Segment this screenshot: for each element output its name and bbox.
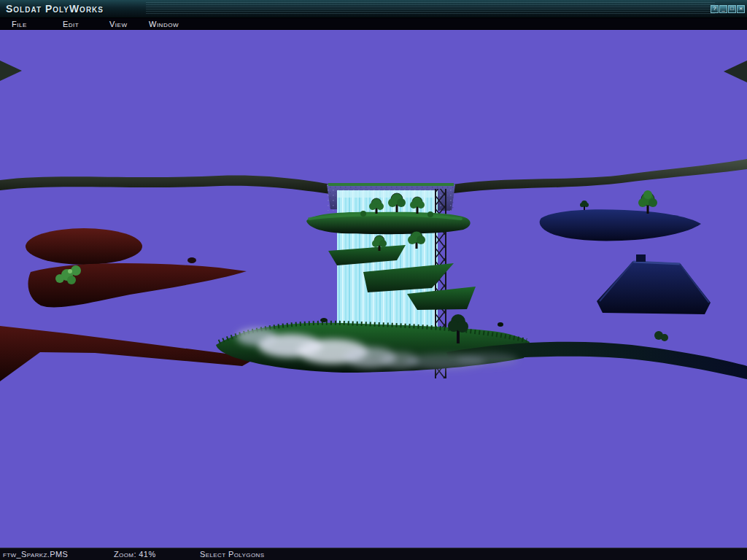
- minimize-button[interactable]: _: [719, 5, 727, 13]
- status-filename: ftw_Sparkz.PMS: [3, 550, 114, 559]
- statusbar: ftw_Sparkz.PMS Zoom: 41% Select Polygons: [0, 548, 747, 560]
- status-tool: Select Polygons: [200, 550, 265, 559]
- minimize-icon: _: [721, 6, 724, 12]
- menu-view[interactable]: View: [109, 20, 149, 28]
- app-window: Soldat PolyWorks ? _ □ × File Edit View …: [0, 0, 747, 560]
- menu-edit[interactable]: Edit: [63, 20, 109, 28]
- help-button[interactable]: ?: [711, 5, 719, 13]
- map-canvas[interactable]: [0, 30, 747, 548]
- close-button[interactable]: ×: [737, 5, 745, 13]
- restore-icon: □: [730, 6, 734, 12]
- menu-window[interactable]: Window: [149, 20, 179, 28]
- window-title: Soldat PolyWorks: [0, 3, 104, 15]
- map-render: [0, 30, 747, 548]
- close-icon: ×: [739, 6, 743, 12]
- menubar: File Edit View Window: [0, 18, 747, 30]
- help-icon: ?: [713, 6, 716, 12]
- titlebar[interactable]: Soldat PolyWorks ? _ □ ×: [0, 0, 747, 18]
- status-zoom: Zoom: 41%: [114, 550, 200, 559]
- restore-button[interactable]: □: [728, 5, 736, 13]
- window-controls: ? _ □ ×: [710, 5, 747, 13]
- menu-file[interactable]: File: [12, 20, 63, 28]
